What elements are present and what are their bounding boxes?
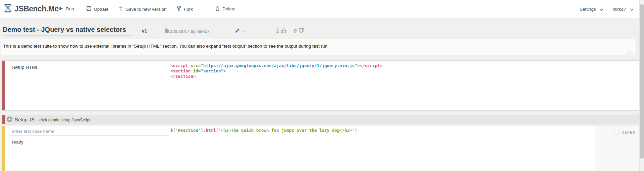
trash-icon — [215, 6, 220, 12]
defer-label: DEFER — [622, 130, 636, 134]
test-case-accent-bar — [2, 126, 5, 171]
scrollbar-thumb[interactable] — [640, 4, 644, 159]
brand-link[interactable]: JSBench.Me — [3, 3, 59, 15]
run-button[interactable]: Run — [59, 6, 74, 12]
pencil-icon — [235, 28, 240, 35]
logo-icon — [3, 3, 12, 15]
meta-text: 2/25/2017 by mirko7 — [170, 29, 210, 34]
setup-html-panel: Setup HTML <script src="https://ajax.goo… — [2, 60, 639, 111]
settings-label: Settings — [580, 6, 596, 11]
toolbar: JSBench.Me Run Update Save to new versio… — [0, 0, 644, 18]
user-menu[interactable]: mirko7 — [612, 6, 634, 12]
delete-label: Delete — [222, 6, 235, 11]
fork-label: Fork — [184, 6, 193, 11]
dislike-button[interactable]: 0 — [294, 28, 304, 35]
test-case-panel: ready $('#section').html('<h1>The quick … — [2, 126, 639, 171]
save-icon — [87, 6, 91, 12]
setup-js-add-bar[interactable]: Setup JS - click to add setup JavaScript — [2, 115, 639, 124]
thumbs-up-icon — [281, 28, 287, 35]
like-button[interactable]: 1 — [276, 28, 287, 35]
test-case-name-input[interactable] — [10, 127, 168, 136]
code-line: <script src="https://ajax.googleapis.com… — [170, 63, 636, 68]
scrollbar-track[interactable] — [639, 0, 644, 171]
settings-menu[interactable]: Settings — [580, 6, 604, 12]
column-divider — [169, 61, 169, 110]
setup-html-code-editor[interactable]: <script src="https://ajax.googleapis.com… — [170, 63, 636, 110]
fork-button[interactable]: Fork — [176, 6, 193, 12]
brand-label: JSBench.Me — [14, 4, 59, 13]
tags-value: - — [243, 29, 244, 34]
defer-zone: DEFER — [595, 126, 639, 171]
plus-circle-icon — [7, 116, 12, 123]
play-icon — [59, 6, 63, 12]
page-title[interactable]: Demo test - JQuery vs native selectors — [3, 26, 131, 36]
arrow-up-icon — [119, 6, 123, 12]
update-label: Update — [94, 6, 109, 11]
save-to-new-version-label: Save to new version — [126, 6, 167, 11]
code-line: <section id="section"> — [170, 68, 636, 74]
thumbs-down-icon — [298, 28, 304, 35]
update-button[interactable]: Update — [87, 6, 109, 12]
code-line: $('#section').html('<h1>The quick brown … — [170, 128, 636, 133]
run-label: Run — [66, 6, 74, 11]
chevron-down-icon — [599, 7, 604, 12]
setup-js-subtitle: - click to add setup JavaScript — [37, 117, 90, 122]
test-case-status: ready — [12, 139, 23, 145]
save-to-new-version-button[interactable]: Save to new version — [119, 6, 167, 12]
fork-icon — [176, 6, 181, 12]
document-icon — [165, 28, 169, 35]
setup-html-accent-bar — [2, 61, 5, 110]
version-badge: v1 — [142, 28, 147, 34]
setup-js-accent-bar — [2, 115, 5, 124]
setup-html-label: Setup HTML — [12, 65, 39, 70]
chevron-down-icon — [630, 7, 634, 12]
description-textarea[interactable]: This is a demo test suite to show how to… — [1, 39, 636, 55]
like-count: 1 — [276, 28, 279, 34]
setup-js-title: Setup JS — [15, 117, 35, 122]
delete-button[interactable]: Delete — [215, 6, 235, 12]
dislike-count: 0 — [294, 28, 297, 34]
column-divider — [169, 126, 169, 171]
edit-tags-button[interactable]: - — [235, 28, 244, 35]
test-case-code-editor[interactable]: $('#section').html('<h1>The quick brown … — [170, 128, 636, 171]
code-line: </section> — [170, 74, 636, 79]
user-label: mirko7 — [612, 6, 626, 11]
defer-checkbox[interactable] — [614, 130, 619, 134]
